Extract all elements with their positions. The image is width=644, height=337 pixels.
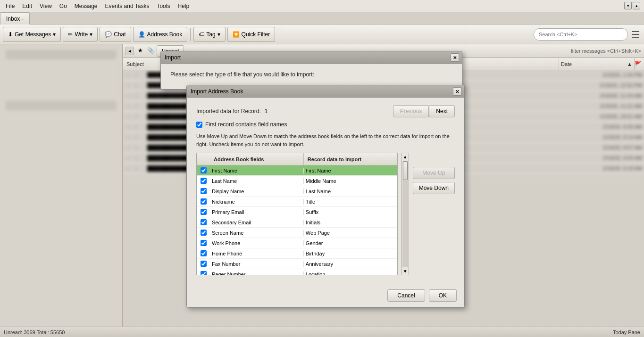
import-instructions: Use Move Up and Move Down to match the a… xyxy=(196,132,455,148)
date-column-header[interactable]: Date ▲ xyxy=(559,58,635,70)
star-cell[interactable]: ☆ xyxy=(132,104,140,109)
list-item[interactable]: Nickname Title xyxy=(197,197,397,207)
read-icon: ○ xyxy=(125,93,132,99)
import-inner-dialog-body: Imported data for Record: 1 Previous Nex… xyxy=(187,98,464,286)
previous-button[interactable]: Previous xyxy=(393,105,429,117)
address-book-button[interactable]: 👤 Address Book xyxy=(133,27,188,42)
list-item[interactable]: Last Name Middle Name xyxy=(197,176,397,186)
move-down-button[interactable]: Move Down xyxy=(413,182,455,194)
maximize-btn[interactable]: ▴ xyxy=(633,2,640,9)
star-cell[interactable]: ☆ xyxy=(132,124,140,130)
field-check-input-8[interactable] xyxy=(201,250,207,256)
first-record-checkbox[interactable] xyxy=(196,122,202,128)
get-messages-dropdown-icon[interactable]: ▾ xyxy=(53,31,56,38)
field-check-input-1[interactable] xyxy=(201,178,207,184)
list-item[interactable]: Screen Name Web Page xyxy=(197,228,397,238)
cancel-button[interactable]: Cancel xyxy=(387,289,425,302)
tag-label: Tag xyxy=(206,31,215,38)
scroll-down-button[interactable]: ▼ xyxy=(402,268,409,275)
field-check-input-10[interactable] xyxy=(201,271,207,275)
quick-filter-button[interactable]: 🔽 Quick Filter xyxy=(227,27,276,42)
scroll-up-button[interactable]: ▲ xyxy=(402,153,409,160)
list-item[interactable]: Home Phone Birthday xyxy=(197,248,397,259)
import-inner-close-button[interactable]: ✕ xyxy=(453,87,461,96)
date-cell: 2/19/20, 9:35 AM xyxy=(567,124,642,130)
field-name-2: Display Name xyxy=(210,189,304,194)
next-button[interactable]: Next xyxy=(429,105,455,117)
menu-events-tasks[interactable]: Events and Tasks xyxy=(101,2,153,10)
star-cell[interactable]: ☆ xyxy=(132,156,140,161)
list-item[interactable]: Pager Number Location xyxy=(197,269,397,275)
minimize-btn[interactable]: ▾ xyxy=(624,2,632,9)
chat-button[interactable]: 💬 Chat xyxy=(100,27,131,42)
read-icon: ○ xyxy=(125,73,132,78)
scroll-thumb[interactable] xyxy=(403,161,408,180)
field-record-6: Web Page xyxy=(304,230,397,236)
import-outer-close-button[interactable]: ✕ xyxy=(451,53,459,62)
menu-tools[interactable]: Tools xyxy=(153,2,174,10)
menu-file[interactable]: File xyxy=(2,2,18,10)
star-cell[interactable]: ☆ xyxy=(132,166,140,171)
list-item[interactable]: Fax Number Anniversary xyxy=(197,259,397,269)
hamburger-menu-button[interactable] xyxy=(630,29,641,40)
date-cell: 2/19/20, 9:14 AM xyxy=(567,134,642,140)
list-item[interactable]: First Name First Name xyxy=(197,165,397,176)
read-icon: ○ xyxy=(125,145,132,150)
field-check-input-6[interactable] xyxy=(201,230,207,236)
field-check-input-0[interactable] xyxy=(201,167,207,173)
quick-filter-label: Quick Filter xyxy=(242,31,270,38)
tag-dropdown-icon[interactable]: ▾ xyxy=(217,31,220,38)
star-cell[interactable]: ☆ xyxy=(132,145,140,150)
menu-go[interactable]: Go xyxy=(56,2,71,10)
tag-button[interactable]: 🏷 Tag ▾ xyxy=(193,27,225,42)
menu-help[interactable]: Help xyxy=(174,2,193,10)
move-buttons-container: Move Up Move Down xyxy=(413,153,455,275)
field-checkbox-2 xyxy=(197,188,210,194)
star-cell[interactable]: ☆ xyxy=(132,135,140,140)
date-sort-icon: ▲ xyxy=(627,61,632,67)
record-row: Imported data for Record: 1 Previous Nex… xyxy=(196,105,455,117)
record-value: 1 xyxy=(265,108,268,115)
date-cell: 2/19/20, 12:52 PM xyxy=(567,82,642,88)
field-check-input-4[interactable] xyxy=(201,209,207,215)
field-check-input-5[interactable] xyxy=(201,219,207,225)
field-record-7: Gender xyxy=(304,240,397,246)
star-cell[interactable]: ☆ xyxy=(132,73,140,78)
read-icon: ○ xyxy=(125,114,132,119)
svg-rect-2 xyxy=(632,37,639,38)
menu-edit[interactable]: Edit xyxy=(18,2,36,10)
list-item[interactable]: Work Phone Gender xyxy=(197,238,397,248)
inbox-tab[interactable]: Inbox - xyxy=(0,12,30,25)
move-up-button[interactable]: Move Up xyxy=(413,167,455,179)
list-item[interactable]: Secondary Email Initials xyxy=(197,217,397,228)
list-item[interactable]: Display Name Last Name xyxy=(197,186,397,197)
field-check-input-3[interactable] xyxy=(201,198,207,205)
write-button[interactable]: ✏ Write ▾ xyxy=(63,27,98,42)
field-check-input-9[interactable] xyxy=(201,261,207,267)
import-outer-dialog-titlebar: Import ✕ xyxy=(161,51,462,64)
list-item[interactable]: Primary Email Suffix xyxy=(197,207,397,217)
search-input[interactable] xyxy=(534,28,628,41)
star-cell[interactable]: ☆ xyxy=(132,114,140,119)
import-inner-dialog-footer: Cancel OK xyxy=(187,286,464,307)
menu-message[interactable]: Message xyxy=(71,2,101,10)
ok-button[interactable]: OK xyxy=(429,289,457,302)
address-book-col-header: Address Book fields xyxy=(210,153,304,165)
get-messages-label: Get Messages xyxy=(15,31,51,38)
toolbar: ⬇ Get Messages ▾ ✏ Write ▾ 💬 Chat 👤 Addr… xyxy=(0,25,644,44)
back-button[interactable]: ◂ xyxy=(125,47,134,55)
field-check-input-7[interactable] xyxy=(201,240,207,246)
menu-view[interactable]: View xyxy=(36,2,56,10)
write-label: Write xyxy=(75,31,88,38)
address-book-label: Address Book xyxy=(147,31,183,38)
write-dropdown-icon[interactable]: ▾ xyxy=(90,31,92,38)
get-messages-button[interactable]: ⬇ Get Messages ▾ xyxy=(3,27,61,42)
star-cell[interactable]: ☆ xyxy=(132,93,140,99)
date-cell: 2/19/20, 11:54 AM xyxy=(567,93,642,99)
inbox-tab-label: Inbox - xyxy=(6,16,24,22)
record-label: Imported data for Record: xyxy=(196,108,261,115)
star-cell[interactable]: ☆ xyxy=(132,83,140,88)
date-cell: 2/19/20, 11:21 AM xyxy=(567,103,642,109)
field-check-input-2[interactable] xyxy=(201,188,207,194)
read-icon: ○ xyxy=(125,156,132,161)
